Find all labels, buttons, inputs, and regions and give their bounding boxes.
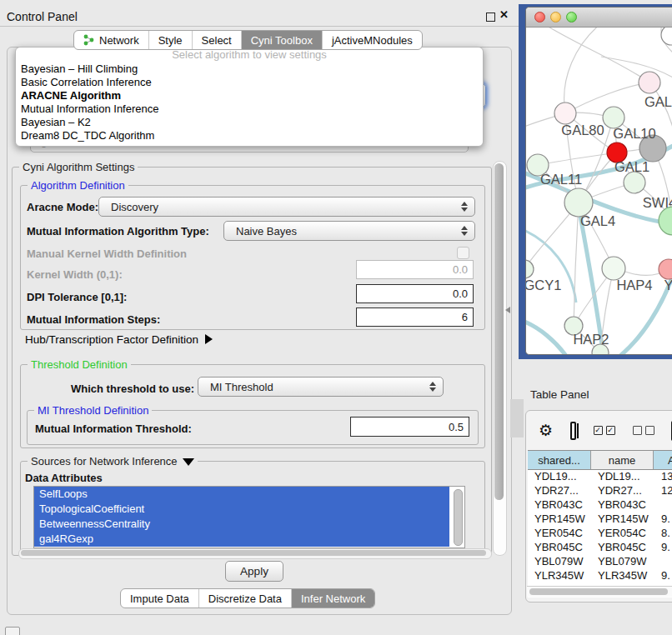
mi-algorithm-type-combobox[interactable]: Naive Bayes — [223, 221, 475, 241]
network-icon — [83, 34, 95, 46]
app-screen: Control Panel ✕ Network Style Select Cyn… — [0, 0, 672, 635]
algorithm-option[interactable]: Mutual Information Inference — [16, 102, 483, 116]
group-title: MI Threshold Definition — [34, 404, 152, 417]
network-node[interactable] — [554, 102, 576, 124]
mi-threshold-field[interactable]: 0.5 — [350, 417, 469, 437]
aracne-mode-combobox[interactable]: Discovery — [98, 197, 475, 217]
column-header[interactable]: shared... — [528, 451, 591, 469]
mi-threshold-label: Mutual Information Threshold: — [35, 422, 192, 435]
group-title: Algorithm Definition — [28, 179, 128, 192]
dock-panel-icon[interactable] — [5, 627, 20, 635]
table-row[interactable]: YER054CYER054C8. — [528, 527, 672, 541]
node-label: GCY1 — [526, 278, 561, 292]
table-row[interactable]: YDL19...YDL19...13 — [528, 470, 672, 484]
dpi-tolerance-field[interactable]: 0.0 — [356, 284, 474, 303]
tab-infer-network[interactable]: Infer Network — [291, 589, 374, 608]
settings-scrollbar-thumb[interactable] — [494, 163, 504, 500]
list-item[interactable]: SelfLoops — [34, 487, 449, 502]
table-row[interactable]: YPR145WYPR145W9. — [528, 512, 672, 527]
close-icon[interactable]: ✕ — [499, 8, 509, 21]
node-label: SWI4 — [643, 195, 672, 210]
sources-toggle[interactable]: Sources for Network Inference — [28, 455, 198, 468]
list-item[interactable]: BetweennessCentrality — [34, 517, 449, 532]
scrollbar-thumb[interactable] — [529, 588, 668, 595]
tab-cyni-toolbox[interactable]: Cyni Toolbox — [241, 31, 322, 49]
split-panel-icon[interactable] — [570, 422, 575, 440]
group-title: Threshold Definition — [28, 358, 131, 371]
network-node[interactable] — [639, 72, 660, 93]
checked-checkbox-icon: ✓ — [606, 426, 615, 435]
horizontal-scrollbar[interactable] — [18, 548, 492, 559]
manual-kernel-width-checkbox[interactable] — [457, 247, 469, 259]
table-row[interactable]: YLR345WYLR345W9. — [528, 569, 672, 583]
top-tab-bar: Network Style Select Cyni Toolbox jActiv… — [73, 30, 423, 50]
panel-splitter[interactable] — [510, 399, 524, 438]
minimize-traffic-light-icon[interactable] — [550, 12, 561, 22]
table-header-row: shared... name A — [528, 450, 672, 470]
network-window-titlebar[interactable] — [526, 8, 672, 28]
column-header[interactable]: A — [654, 451, 672, 469]
network-node[interactable] — [661, 28, 672, 45]
manual-kernel-width-label: Manual Kernel Width Definition — [27, 248, 187, 260]
list-item[interactable]: TopologicalCoefficient — [34, 502, 449, 517]
tab-jactivemnodules[interactable]: jActiveMNodules — [322, 31, 422, 49]
bottom-tab-bar: Impute Data Discretize Data Infer Networ… — [120, 588, 375, 608]
network-node[interactable] — [624, 172, 645, 193]
tab-impute-data[interactable]: Impute Data — [121, 589, 198, 608]
which-threshold-label: Which threshold to use: — [71, 382, 194, 395]
table-panel-card: ⚙ ✓ ✓ shared... name A YDL19...YDL19...1… — [525, 410, 672, 602]
network-node[interactable] — [659, 259, 672, 279]
gear-icon[interactable]: ⚙ — [539, 421, 553, 440]
network-node[interactable] — [602, 257, 625, 280]
show-columns-button[interactable]: ✓ ✓ — [594, 426, 615, 435]
table-toolbar: ⚙ ✓ ✓ — [526, 411, 672, 450]
expand-right-icon — [205, 334, 213, 344]
tab-style[interactable]: Style — [148, 31, 192, 49]
panel-collapse-arrow-icon[interactable] — [505, 307, 510, 313]
table-row[interactable]: YBR045CYBR045C9. — [528, 541, 672, 555]
kernel-width-field[interactable]: 0.0 — [356, 260, 474, 279]
which-threshold-combobox[interactable]: MI Threshold — [198, 377, 444, 397]
table-row[interactable]: YBR043CYBR043C — [528, 498, 672, 512]
scrollbar-thumb[interactable] — [21, 550, 486, 556]
network-canvas[interactable]: GAL7 GAL80 GAL10 GAL1 GAL11 GAL4 SWI4 GC… — [526, 28, 672, 354]
network-node[interactable] — [526, 260, 534, 278]
node-label: GAL11 — [540, 172, 582, 187]
algorithm-option[interactable]: Bayesian – Hill Climbing — [16, 62, 483, 76]
mi-algorithm-type-label: Mutual Information Algorithm Type: — [27, 225, 209, 238]
control-panel-titlebar — [0, 0, 519, 20]
node-label: GAL7 — [644, 94, 672, 109]
table-horizontal-scrollbar[interactable] — [527, 586, 672, 597]
zoom-traffic-light-icon[interactable] — [566, 12, 577, 22]
aracne-mode-label: Aracne Mode: — [27, 201, 98, 213]
tab-discretize-data[interactable]: Discretize Data — [198, 589, 291, 608]
list-item[interactable]: gal4RGexp — [34, 532, 449, 547]
mi-steps-label: Mutual Information Steps: — [27, 313, 160, 326]
data-attributes-label: Data Attributes — [25, 472, 103, 484]
table-row[interactable]: YBL079WYBL079W — [528, 555, 672, 569]
algorithm-option[interactable]: Basic Correlation Inference — [16, 76, 483, 89]
hub-definition-toggle[interactable]: Hub/Transcription Factor Definition — [25, 333, 213, 346]
algorithm-dropdown-popup: Select algorithm to view settings Bayesi… — [15, 47, 484, 147]
mi-steps-field[interactable]: 6 — [356, 308, 474, 327]
hide-columns-button[interactable] — [633, 426, 654, 435]
table-panel-title: Table Panel — [530, 388, 589, 401]
list-vertical-scrollbar[interactable] — [454, 489, 463, 546]
close-traffic-light-icon[interactable] — [534, 12, 545, 22]
node-label: GAL1 — [614, 159, 649, 174]
apply-button[interactable]: Apply — [225, 561, 283, 582]
network-node[interactable] — [564, 188, 593, 217]
data-attributes-list: SelfLoops TopologicalCoefficient Between… — [33, 486, 465, 548]
algorithm-option-selected[interactable]: ARACNE Algorithm — [16, 89, 483, 102]
network-node[interactable] — [659, 207, 672, 235]
table-row[interactable]: YDR27...YDR27...12 — [528, 484, 672, 498]
column-header[interactable]: name — [591, 451, 654, 469]
tab-network[interactable]: Network — [74, 31, 148, 49]
node-label: HAP2 — [573, 332, 609, 347]
tab-select[interactable]: Select — [192, 31, 241, 49]
float-window-icon[interactable] — [486, 12, 495, 22]
node-label: GAL4 — [580, 213, 615, 228]
algorithm-option[interactable]: Dream8 DC_TDC Algorithm — [16, 129, 483, 142]
algorithm-option[interactable]: Bayesian – K2 — [16, 116, 483, 129]
node-label: HAP4 — [616, 278, 652, 292]
